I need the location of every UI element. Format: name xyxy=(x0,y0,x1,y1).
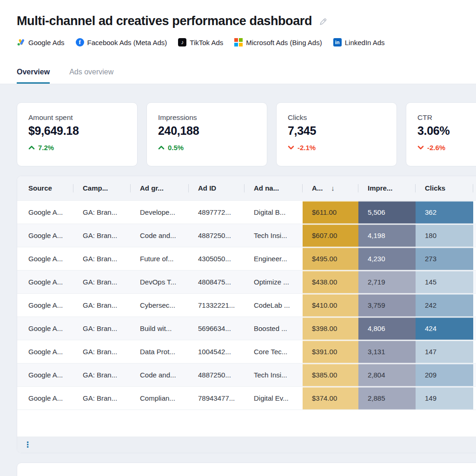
kpi-label: Impressions xyxy=(158,113,256,122)
tab-bar: Overview Ads overview xyxy=(0,68,476,84)
chevron-down-icon xyxy=(417,145,424,150)
cell-ad-name: Digital Ev... xyxy=(245,386,303,410)
cell-campaign: GA: Bran... xyxy=(73,386,131,410)
table-row[interactable]: Google A...GA: Bran...Complian...7894347… xyxy=(17,386,476,410)
cell-ad-group: Complian... xyxy=(131,386,189,410)
cell-impressions: 2,885 xyxy=(358,386,416,410)
cell-amount: $611.00 xyxy=(303,200,358,224)
cell-ad-group: Build wit... xyxy=(131,317,189,340)
cell-source: Google A... xyxy=(17,270,73,293)
cell-ad-id: 4305050... xyxy=(189,247,245,270)
kpi-label: CTR xyxy=(417,113,476,122)
cell-clicks: 180 xyxy=(416,224,473,247)
cell-ad-name: Core Tec... xyxy=(245,340,303,363)
kpi-delta: 0.5% xyxy=(158,144,256,152)
cell-source: Google A... xyxy=(17,247,73,270)
cell-source: Google A... xyxy=(17,317,73,340)
cell-ad-id: 5696634... xyxy=(189,317,245,340)
platform-label: Microsoft Ads (Bing Ads) xyxy=(246,39,322,46)
platform-microsoft-ads: Microsoft Ads (Bing Ads) xyxy=(234,38,322,46)
table-row[interactable]: Google A...GA: Bran...Future of...430505… xyxy=(17,247,476,270)
cell-filler xyxy=(473,247,476,270)
kebab-menu-icon[interactable]: ⋮ xyxy=(24,441,32,449)
cell-amount: $410.00 xyxy=(303,293,358,317)
chevron-down-icon xyxy=(288,145,294,150)
kpi-card-clicks: Clicks 7,345 -2.1% xyxy=(276,102,397,166)
microsoft-icon xyxy=(234,38,243,46)
sort-desc-icon[interactable]: ↓ xyxy=(331,184,335,192)
cell-ad-group: Code and... xyxy=(131,363,189,386)
tab-overview[interactable]: Overview xyxy=(17,68,50,84)
cell-filler xyxy=(473,270,476,293)
cell-amount: $385.00 xyxy=(303,363,358,386)
kpi-delta: 7.2% xyxy=(28,144,126,152)
platform-tiktok-ads: ♪ TikTok Ads xyxy=(178,38,223,46)
cell-filler xyxy=(473,224,476,247)
platform-facebook-ads: f Facebook Ads (Meta Ads) xyxy=(76,38,167,46)
kpi-label: Amount spent xyxy=(28,113,126,122)
column-header-clicks[interactable]: Clicks xyxy=(416,176,473,200)
kpi-value: 3.06% xyxy=(417,124,476,138)
cell-impressions: 2,719 xyxy=(358,270,416,293)
google-ads-icon xyxy=(17,38,25,46)
cell-impressions: 3,131 xyxy=(358,340,416,363)
cell-campaign: GA: Bran... xyxy=(73,247,131,270)
table-footer: ⋮ xyxy=(17,436,476,453)
edit-pencil-icon[interactable] xyxy=(318,17,328,26)
cell-ad-id: 4887250... xyxy=(189,363,245,386)
cell-campaign: GA: Bran... xyxy=(73,363,131,386)
cell-amount: $607.00 xyxy=(303,224,358,247)
platform-linkedin-ads: in LinkedIn Ads xyxy=(333,38,385,46)
cell-amount: $398.00 xyxy=(303,317,358,340)
cell-filler xyxy=(473,363,476,386)
table-row[interactable]: Google A...GA: Bran...Cybersec...7133222… xyxy=(17,293,476,317)
table-row[interactable]: Google A...GA: Bran...DevOps T...4808475… xyxy=(17,270,476,293)
table-row[interactable]: Google A...GA: Bran...Build wit...569663… xyxy=(17,317,476,340)
column-header-amount[interactable]: A...↓ xyxy=(303,176,358,200)
cell-campaign: GA: Bran... xyxy=(73,293,131,317)
cell-campaign: GA: Bran... xyxy=(73,270,131,293)
kpi-value: 240,188 xyxy=(158,124,256,138)
column-header-source[interactable]: Source xyxy=(17,176,73,200)
chevron-up-icon xyxy=(28,145,35,150)
page-header: Multi-channel ad creatives performance d… xyxy=(0,0,476,46)
cell-campaign: GA: Bran... xyxy=(73,340,131,363)
table-header-row: Source Camp... Ad gr... Ad ID Ad na... A… xyxy=(17,176,476,200)
platform-label: LinkedIn Ads xyxy=(345,39,385,46)
cell-ad-name: Optimize ... xyxy=(245,270,303,293)
cell-source: Google A... xyxy=(17,386,73,410)
column-header-impressions[interactable]: Impre... xyxy=(358,176,416,200)
cell-filler xyxy=(473,200,476,224)
cell-ad-id: 78943477... xyxy=(189,386,245,410)
cell-ad-name: Tech Insi... xyxy=(245,224,303,247)
column-header-ad-name[interactable]: Ad na... xyxy=(245,176,303,200)
table-empty-strip xyxy=(17,410,476,436)
column-header-filler xyxy=(473,176,476,200)
cell-ad-id: 71332221... xyxy=(189,293,245,317)
cell-ad-id: 1004542... xyxy=(189,340,245,363)
cell-campaign: GA: Bran... xyxy=(73,224,131,247)
table-row[interactable]: Google A...GA: Bran...Data Prot...100454… xyxy=(17,340,476,363)
tab-ads-overview[interactable]: Ads overview xyxy=(69,68,113,84)
column-header-campaign[interactable]: Camp... xyxy=(73,176,131,200)
table-row[interactable]: Google A...GA: Bran...Develope...4897772… xyxy=(17,200,476,224)
ads-table-card: Source Camp... Ad gr... Ad ID Ad na... A… xyxy=(17,176,476,453)
page-title: Multi-channel ad creatives performance d… xyxy=(17,13,312,29)
cell-ad-group: Future of... xyxy=(131,247,189,270)
next-section-card xyxy=(17,463,476,476)
cell-ad-group: Code and... xyxy=(131,224,189,247)
cell-clicks: 273 xyxy=(416,247,473,270)
column-header-ad-id[interactable]: Ad ID xyxy=(189,176,245,200)
kpi-value: 7,345 xyxy=(288,124,385,138)
cell-ad-name: Tech Insi... xyxy=(245,363,303,386)
linkedin-icon: in xyxy=(333,38,342,46)
cell-amount: $438.00 xyxy=(303,270,358,293)
table-row[interactable]: Google A...GA: Bran...Code and...4887250… xyxy=(17,363,476,386)
column-header-ad-group[interactable]: Ad gr... xyxy=(131,176,189,200)
table-row[interactable]: Google A...GA: Bran...Code and...4887250… xyxy=(17,224,476,247)
ads-table: Source Camp... Ad gr... Ad ID Ad na... A… xyxy=(17,176,476,410)
cell-amount: $374.00 xyxy=(303,386,358,410)
kpi-value: $9,649.18 xyxy=(28,124,126,138)
kpi-label: Clicks xyxy=(288,113,385,122)
cell-filler xyxy=(473,293,476,317)
